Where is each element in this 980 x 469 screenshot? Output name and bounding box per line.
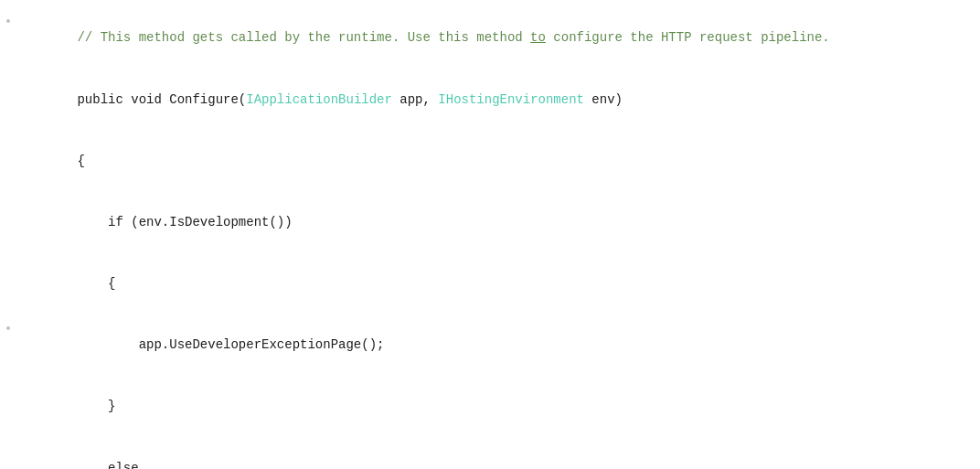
keyword-public: public void Configure( <box>77 92 246 107</box>
line-content-3: { <box>13 130 980 191</box>
code-line-6: app.UseDeveloperExceptionPage(); <box>0 314 980 376</box>
param-app: app, <box>392 92 438 107</box>
line-content-2: public void Configure(IApplicationBuilde… <box>13 69 980 130</box>
if-statement: if (env.IsDevelopment()) <box>77 215 292 229</box>
type-iapplicationbuilder: IApplicationBuilder <box>246 92 392 107</box>
line-content-8: else <box>13 437 980 469</box>
code-line-2: public void Configure(IApplicationBuilde… <box>0 69 980 130</box>
line-dot-6 <box>6 326 10 330</box>
brace-close-if: } <box>77 399 115 413</box>
code-line-4: if (env.IsDevelopment()) <box>0 192 980 253</box>
line-content-5: { <box>13 253 980 314</box>
line-content-4: if (env.IsDevelopment()) <box>13 192 980 253</box>
code-line-5: { <box>0 253 980 314</box>
brace-open-if: { <box>77 276 115 291</box>
line-dot-1 <box>6 19 10 23</box>
comment-text: // This method gets called by the runtim… <box>77 30 829 45</box>
code-editor: // This method gets called by the runtim… <box>0 0 980 469</box>
brace-open: { <box>77 154 84 168</box>
else-keyword: else <box>77 461 138 469</box>
use-developer-exception: app.UseDeveloperExceptionPage(); <box>77 337 384 352</box>
line-content-7: } <box>13 376 980 437</box>
param-env: env) <box>584 92 623 107</box>
code-line-3: { <box>0 130 980 191</box>
type-ihostingenvironment: IHostingEnvironment <box>438 92 584 107</box>
code-line-8: else <box>0 437 980 469</box>
line-content-6: app.UseDeveloperExceptionPage(); <box>13 314 980 376</box>
code-line-7: } <box>0 376 980 437</box>
code-line-1: // This method gets called by the runtim… <box>0 7 980 69</box>
line-content-1: // This method gets called by the runtim… <box>13 7 980 69</box>
